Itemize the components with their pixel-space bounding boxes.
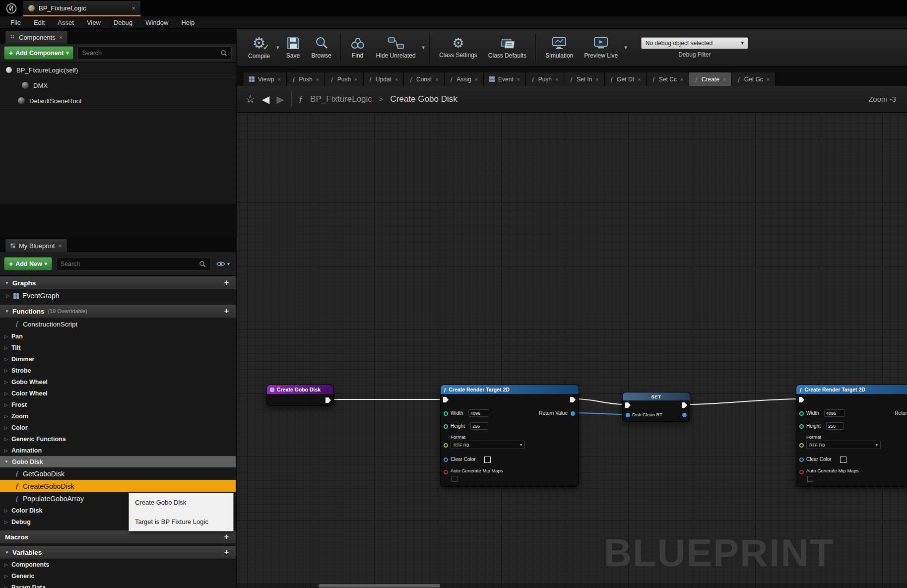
section-functions[interactable]: ▼ Functions (19 Overridable) + [0, 304, 236, 318]
tab-push-3[interactable]: ƒPush× [526, 72, 564, 86]
format-dropdown[interactable]: RTF R8 ▾ [451, 441, 525, 449]
expander-icon[interactable]: ▷ [6, 293, 10, 298]
debug-object-select[interactable]: No debug object selected ▾ [641, 37, 748, 49]
width-pin[interactable] [799, 411, 804, 416]
mipmaps-pin[interactable] [444, 470, 448, 474]
mipmaps-checkbox[interactable] [452, 476, 457, 482]
simulation-button[interactable]: Simulation [540, 36, 579, 59]
components-search-input[interactable] [82, 50, 217, 57]
menu-debug[interactable]: Debug [107, 16, 139, 28]
preview-live-button[interactable]: Preview Live [579, 36, 623, 59]
return-value-pin[interactable] [571, 411, 575, 416]
node-create-gobo-disk-entry[interactable]: Create Gobo Disk [266, 385, 334, 406]
disk-clean-rt-in-pin[interactable] [626, 413, 630, 417]
category-components[interactable]: ▷Components [0, 559, 236, 570]
close-icon[interactable]: × [517, 76, 520, 82]
expander-icon[interactable]: ▷ [4, 425, 8, 430]
expander-icon[interactable]: ▷ [4, 391, 8, 396]
preview-live-chevron-icon[interactable]: ▾ [624, 44, 627, 51]
my-blueprint-tab[interactable]: My Blueprint × [5, 239, 67, 252]
node-set-disk-clean-rt[interactable]: SET Disk Clean RT [622, 392, 690, 422]
section-variables[interactable]: ▼ Variables + [0, 545, 236, 559]
clear-color-pin[interactable] [444, 457, 448, 462]
mipmaps-pin[interactable] [799, 470, 804, 474]
category-strobe[interactable]: ▷Strobe [0, 365, 236, 376]
expander-icon[interactable]: ▷ [4, 357, 8, 362]
add-graph-button[interactable]: + [224, 278, 229, 287]
category-generic[interactable]: ▷Generic [0, 570, 236, 582]
save-button[interactable]: Save [280, 36, 306, 59]
graph-canvas[interactable]: Create Gobo Disk ƒ Create Render Target … [237, 113, 907, 588]
tab-push-1[interactable]: ƒPush× [287, 72, 325, 86]
node-header[interactable]: ƒ Create Render Target 2D [796, 385, 907, 394]
exec-out-pin[interactable] [570, 397, 576, 402]
expander-icon[interactable]: ▷ [4, 437, 8, 442]
my-blueprint-search[interactable] [56, 257, 210, 270]
graph-hscrollbar-thumb[interactable] [319, 584, 440, 588]
my-blueprint-search-input[interactable] [61, 261, 196, 267]
node-header[interactable]: ƒ Create Render Target 2D [441, 385, 579, 394]
compile-button[interactable]: ⚙ ✓ Compile [243, 35, 275, 60]
add-variable-button[interactable]: + [224, 548, 229, 557]
expander-icon[interactable]: ▼ [5, 281, 9, 285]
tab-set-in[interactable]: ƒSet In× [564, 72, 604, 86]
graph-hscrollbar-track[interactable] [237, 584, 907, 588]
disk-clean-rt-out-pin[interactable] [682, 413, 687, 417]
favorite-star-icon[interactable]: ☆ [246, 93, 255, 105]
class-defaults-button[interactable]: Class Defaults [483, 36, 532, 59]
exec-out-pin[interactable] [682, 402, 687, 408]
expander-icon[interactable]: ▷ [4, 448, 8, 453]
clear-color-swatch[interactable] [840, 457, 846, 463]
list-item-eventgraph[interactable]: ▷ EventGraph [0, 289, 236, 302]
find-button[interactable]: Find [345, 36, 371, 59]
close-icon[interactable]: × [395, 76, 398, 82]
function-creategobodisk[interactable]: ƒ CreateGoboDisk [0, 480, 236, 492]
menu-asset[interactable]: Asset [51, 16, 80, 28]
close-icon[interactable]: × [767, 76, 770, 82]
expander-icon[interactable]: ▷ [4, 585, 8, 588]
add-function-button[interactable]: + [224, 307, 229, 316]
tab-set-co[interactable]: ƒSet Cc× [647, 72, 689, 86]
category-tilt[interactable]: ▷Tilt [0, 342, 236, 353]
category-frost[interactable]: ▷Frost [0, 399, 236, 410]
hide-unrelated-chevron-icon[interactable]: ▾ [422, 44, 425, 51]
category-color[interactable]: ▷Color [0, 422, 236, 433]
close-icon[interactable]: × [316, 76, 319, 82]
close-icon[interactable]: × [595, 76, 598, 82]
expander-icon[interactable]: ▷ [4, 345, 8, 350]
asset-tab[interactable]: BP_FixtureLogic × [23, 1, 141, 16]
expander-icon[interactable]: ▼ [5, 550, 9, 555]
category-generic-functions[interactable]: ▷Generic Functions [0, 433, 236, 445]
node-create-render-target-2[interactable]: ƒ Create Render Target 2D Width Return V… [796, 385, 907, 487]
height-input[interactable] [470, 422, 488, 430]
tree-row-dmx[interactable]: DMX [0, 78, 236, 93]
node-create-render-target-1[interactable]: ƒ Create Render Target 2D Width Return V… [440, 385, 579, 487]
expander-icon[interactable]: ▷ [4, 368, 8, 373]
components-tab[interactable]: Components × [5, 30, 68, 44]
category-color-wheel[interactable]: ▷Color Wheel [0, 388, 236, 399]
section-graphs[interactable]: ▼ Graphs + [0, 276, 236, 289]
exec-in-pin[interactable] [443, 397, 449, 402]
forward-arrow-icon[interactable]: ▶ [276, 93, 284, 105]
breadcrumb-current[interactable]: Create Gobo Disk [390, 94, 457, 104]
expander-icon[interactable]: ▷ [4, 334, 8, 339]
exec-out-pin[interactable] [325, 397, 331, 403]
breadcrumb-root[interactable]: BP_FixtureLogic [310, 94, 372, 104]
menu-edit[interactable]: Edit [27, 16, 51, 28]
exec-in-pin[interactable] [625, 402, 631, 408]
tab-event[interactable]: Event × [484, 72, 526, 86]
close-icon[interactable]: × [277, 76, 280, 82]
format-pin[interactable] [444, 443, 448, 448]
expander-icon[interactable]: ▷ [4, 508, 8, 513]
browse-button[interactable]: Browse [306, 36, 337, 59]
width-pin[interactable] [444, 411, 448, 416]
node-header[interactable]: SET [623, 392, 690, 400]
clear-color-pin[interactable] [799, 457, 804, 462]
close-icon[interactable]: × [475, 76, 478, 82]
close-icon[interactable]: × [354, 76, 357, 82]
node-header[interactable]: Create Gobo Disk [267, 385, 333, 394]
close-icon[interactable]: × [435, 76, 438, 82]
close-icon[interactable]: × [131, 5, 135, 11]
menu-help[interactable]: Help [175, 16, 201, 28]
expander-icon[interactable]: ▷ [4, 562, 8, 567]
